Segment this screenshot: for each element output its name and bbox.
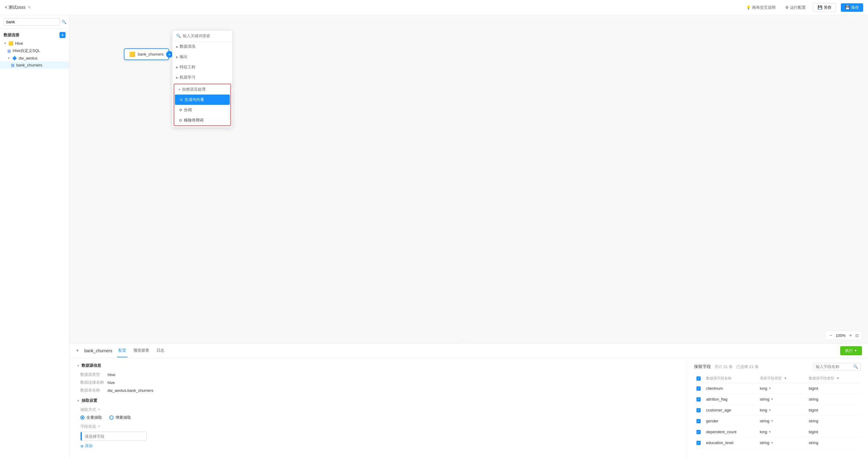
execute-dropdown-arrow[interactable]: ▼	[854, 349, 857, 352]
info-row-conn-name: 数据连接名称 hive	[77, 380, 679, 385]
dropdown-item-data-clean[interactable]: ▶ 数据清洗	[173, 41, 232, 52]
row-src-type: string	[806, 394, 861, 405]
back-button[interactable]: < 测试ssss	[5, 5, 25, 10]
search-icon-dropdown: 🔍	[176, 34, 181, 38]
sidebar-search-bar: 🔍	[0, 15, 69, 29]
run-config-button[interactable]: ⚙ 运行配置	[783, 4, 808, 11]
select-all-checkbox[interactable]	[696, 376, 701, 381]
add-connection-button[interactable]: +	[60, 32, 65, 38]
radio-full-extract[interactable]: 全量抽取	[80, 415, 102, 420]
extract-collapse-arrow[interactable]: ▼	[77, 399, 80, 402]
canvas-area[interactable]: 🟨 bank_churners + 🔍 ▶ 数据清洗 ▶ 输出 ▶	[69, 15, 868, 458]
field-filter-input[interactable]	[82, 433, 147, 440]
type-dropdown-arrow[interactable]: ▼	[770, 398, 773, 401]
row-checkbox[interactable]	[696, 441, 701, 445]
row-src-type: string	[806, 416, 861, 427]
output-label: 输出	[180, 54, 188, 60]
arrow-right-icon: ▶	[176, 45, 179, 48]
type-dropdown-arrow[interactable]: ▼	[768, 430, 771, 433]
topbar: < 测试ssss ✎ 💡 画布交互说明 ⚙ 运行配置 💾 另存 💾 保存	[0, 0, 868, 15]
dropdown-nlp-item-tokenize[interactable]: ⊙ 分词	[174, 105, 230, 115]
panel-content: ▼ 数据源信息 数据源类型 Hive 数据连接名称 hive 数据表名称 dw_…	[69, 358, 868, 458]
row-checkbox[interactable]	[696, 419, 701, 423]
stopwords-label: 移除停用词	[184, 118, 204, 123]
ml-label: 机器学习	[180, 74, 195, 80]
field-search-input[interactable]	[816, 364, 852, 369]
plus-circle-icon: ⊕	[80, 444, 84, 448]
dropdown-item-feature-eng[interactable]: ▶ 特征工程	[173, 62, 232, 72]
dropdown-search-input[interactable]	[183, 34, 229, 38]
field-title-group: 保留字段 共计 21 条 已选择 21 条	[694, 364, 759, 369]
execute-button[interactable]: 执行 ▼	[840, 346, 862, 355]
search-input[interactable]	[4, 18, 60, 26]
dropdown-item-output[interactable]: ▶ 输出	[173, 52, 232, 62]
hive-label: Hive	[15, 41, 23, 45]
type-dropdown-arrow[interactable]: ▼	[770, 441, 773, 445]
field-total: 共计 21 条	[715, 364, 733, 369]
row-field-name: clientnum	[704, 383, 757, 394]
tokenize-label: 分词	[184, 107, 192, 113]
row-checkbox[interactable]	[696, 430, 701, 434]
section-collapse-arrow[interactable]: ▼	[77, 364, 80, 367]
src-type-filter-icon[interactable]: ▼	[836, 376, 840, 380]
radio-dot-full	[80, 416, 85, 420]
sidebar: 🔍 数据连接 + ▼ 🟨 Hive ▦ Hive自定义SQL ▼ 🔷 dw_ae…	[0, 15, 69, 458]
tab-log[interactable]: 日志	[155, 344, 165, 357]
info-label-conn-name: 数据连接名称	[80, 380, 107, 385]
sidebar-item-bank-churners[interactable]: ▦ bank_churners	[0, 62, 69, 68]
node-label: bank_churners	[138, 52, 164, 57]
panel-collapse-arrow[interactable]: ▼	[75, 348, 80, 353]
resize-handle[interactable]: · · · · ·	[462, 337, 476, 343]
help-icon: ？	[97, 408, 100, 411]
sidebar-item-hive[interactable]: ▼ 🟨 Hive	[0, 40, 69, 47]
sidebar-item-hive-custom-sql[interactable]: ▦ Hive自定义SQL	[0, 47, 69, 55]
zoom-fit-button[interactable]: ⊡	[855, 333, 859, 338]
bottom-panel-header: ▼ bank_churners 配置 预览探查 日志 执行 ▼	[69, 343, 868, 358]
field-header: 保留字段 共计 21 条 已选择 21 条 🔍	[694, 363, 861, 370]
dropdown-item-ml[interactable]: ▶ 机器学习	[173, 72, 232, 83]
table-row: clientnum long ▼ bigint	[694, 383, 861, 394]
save-draft-button[interactable]: 💾 另存	[813, 3, 836, 12]
arrow-down-icon-nlp: ▼	[178, 88, 181, 91]
tab-config[interactable]: 配置	[117, 344, 127, 357]
row-checkbox-cell	[694, 416, 704, 427]
dropdown-nlp-item-stopwords[interactable]: ⊙ 移除停用词	[174, 115, 230, 125]
bank-churners-label: bank_churners	[16, 63, 42, 67]
extract-method-radio-group: 全量抽取 增量抽取	[77, 415, 679, 420]
data-source-section-title: ▼ 数据源信息	[77, 363, 679, 368]
sidebar-section-title: 数据连接 +	[0, 29, 69, 40]
save-button[interactable]: 💾 保存	[841, 3, 863, 12]
tab-preview[interactable]: 预览探查	[132, 344, 150, 357]
arrow-right-icon-4: ▶	[176, 76, 179, 79]
node-add-button[interactable]: +	[166, 51, 173, 58]
sidebar-item-dw-aeolus[interactable]: ▼ 🔷 dw_aeolus	[0, 55, 69, 62]
edit-icon[interactable]: ✎	[28, 5, 31, 10]
table-icon: ▦	[7, 49, 11, 53]
radio-incremental-extract[interactable]: 增量抽取	[109, 415, 131, 420]
filter-input-wrapper	[77, 432, 679, 441]
row-checkbox[interactable]	[696, 387, 701, 391]
row-sys-type: string ▼	[757, 437, 806, 448]
extract-section: ▼ 抽取设置 抽取方式 ？ 全量抽取	[77, 398, 679, 449]
zoom-in-button[interactable]: ＋	[848, 332, 853, 339]
row-field-name: gender	[704, 416, 757, 427]
th-field-name: 数据源字段名称	[704, 374, 757, 383]
row-checkbox[interactable]	[696, 397, 701, 401]
type-dropdown-arrow[interactable]: ▼	[768, 387, 771, 390]
type-dropdown-arrow[interactable]: ▼	[768, 408, 771, 412]
row-checkbox[interactable]	[696, 408, 701, 413]
type-dropdown-arrow[interactable]: ▼	[770, 419, 773, 423]
dropdown-nlp-item-sentence-vector[interactable]: ⊙ 生成句向量	[175, 95, 230, 105]
sys-type-filter-icon[interactable]: ▼	[784, 376, 787, 380]
add-filter-button[interactable]: ⊕ 添加	[77, 443, 679, 449]
nlp-label: 自然语言处理	[182, 87, 206, 92]
table-row: attrition_flag string ▼ string	[694, 394, 861, 405]
dw-aeolus-label: dw_aeolus	[19, 56, 37, 60]
canvas-node-bank-churners[interactable]: 🟨 bank_churners +	[124, 48, 169, 60]
row-src-type: string	[806, 437, 861, 448]
canvas-desc-button[interactable]: 💡 画布交互说明	[744, 4, 778, 11]
nlp-icon-3: ⊙	[179, 118, 182, 122]
zoom-out-button[interactable]: －	[829, 332, 833, 339]
row-field-name: dependent_count	[704, 427, 757, 437]
dropdown-nlp-header[interactable]: ▼ 自然语言处理	[174, 84, 230, 95]
